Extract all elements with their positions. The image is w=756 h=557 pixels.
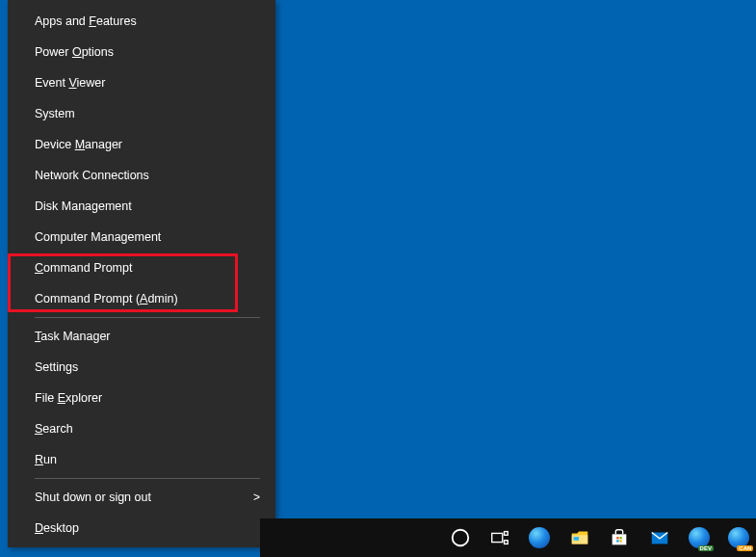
- task-view-icon-glyph: [489, 527, 510, 548]
- edge-canary-icon[interactable]: CAN: [722, 518, 756, 557]
- svg-rect-1: [492, 533, 503, 542]
- microsoft-store-icon-glyph: [609, 527, 630, 548]
- svg-rect-5: [573, 537, 579, 541]
- menu-item-label: Computer Management: [35, 228, 161, 246]
- menu-item-search[interactable]: Search: [8, 413, 275, 444]
- svg-rect-9: [616, 540, 618, 542]
- menu-item-label: Command Prompt: [35, 259, 132, 277]
- file-explorer-icon-glyph: [569, 527, 590, 548]
- menu-item-disk-management[interactable]: Disk Management: [8, 191, 275, 222]
- menu-item-label: Run: [35, 451, 57, 468]
- menu-item-label: Desktop: [35, 519, 79, 537]
- file-explorer-icon[interactable]: [562, 518, 596, 557]
- menu-item-desktop[interactable]: Desktop: [8, 513, 275, 544]
- menu-item-label: Shut down or sign out: [35, 489, 151, 506]
- edge-logo: CAN: [728, 527, 749, 548]
- menu-item-computer-management[interactable]: Computer Management: [8, 222, 275, 252]
- edge-logo: [529, 527, 550, 548]
- menu-item-label: Power Options: [35, 43, 114, 61]
- cortana-icon[interactable]: [443, 518, 477, 557]
- menu-item-label: Disk Management: [35, 198, 132, 215]
- menu-separator: [35, 478, 260, 479]
- menu-item-label: File Explorer: [35, 389, 102, 407]
- menu-item-settings[interactable]: Settings: [8, 352, 275, 383]
- menu-item-label: Device Manager: [35, 136, 122, 153]
- menu-item-device-manager[interactable]: Device Manager: [8, 129, 275, 160]
- svg-rect-6: [613, 534, 627, 544]
- microsoft-store-icon[interactable]: [603, 518, 637, 557]
- menu-item-label: System: [35, 105, 75, 122]
- edge-badge: DEV: [698, 545, 714, 551]
- svg-point-0: [452, 530, 468, 546]
- menu-item-label: Command Prompt (Admin): [35, 290, 178, 307]
- task-view-icon[interactable]: [482, 518, 516, 557]
- menu-item-label: Apps and Features: [35, 13, 137, 30]
- menu-item-label: Search: [35, 420, 73, 438]
- cortana-icon-glyph: [450, 527, 471, 548]
- svg-rect-2: [505, 532, 508, 536]
- edge-logo: DEV: [689, 527, 710, 548]
- menu-item-label: Event Viewer: [35, 74, 105, 92]
- edge-icon[interactable]: [523, 518, 557, 557]
- power-user-menu: Apps and FeaturesPower OptionsEvent View…: [8, 0, 275, 547]
- menu-item-label: Network Connections: [35, 167, 149, 184]
- chevron-right-icon: >: [253, 489, 260, 506]
- menu-item-network-connections[interactable]: Network Connections: [8, 160, 275, 191]
- svg-rect-3: [505, 541, 508, 544]
- menu-item-file-explorer[interactable]: File Explorer: [8, 383, 275, 413]
- mail-icon[interactable]: [642, 518, 676, 557]
- svg-rect-8: [620, 537, 622, 539]
- menu-item-apps-and-features[interactable]: Apps and Features: [8, 6, 275, 37]
- svg-rect-10: [620, 540, 622, 542]
- menu-item-power-options[interactable]: Power Options: [8, 37, 275, 67]
- taskbar: DEVCAN: [260, 518, 756, 557]
- menu-item-system[interactable]: System: [8, 98, 275, 129]
- menu-item-label: Task Manager: [35, 328, 111, 345]
- edge-dev-icon[interactable]: DEV: [682, 518, 716, 557]
- menu-separator: [35, 317, 260, 318]
- menu-item-task-manager[interactable]: Task Manager: [8, 321, 275, 352]
- menu-item-event-viewer[interactable]: Event Viewer: [8, 67, 275, 98]
- menu-item-label: Settings: [35, 358, 78, 376]
- svg-rect-7: [616, 537, 618, 539]
- menu-item-shut-down-or-sign-out[interactable]: Shut down or sign out>: [8, 482, 275, 513]
- menu-item-command-prompt[interactable]: Command Prompt: [8, 252, 275, 283]
- mail-icon-glyph: [649, 527, 670, 548]
- menu-item-run[interactable]: Run: [8, 444, 275, 475]
- edge-badge: CAN: [737, 545, 753, 551]
- menu-item-command-prompt-admin[interactable]: Command Prompt (Admin): [8, 283, 275, 314]
